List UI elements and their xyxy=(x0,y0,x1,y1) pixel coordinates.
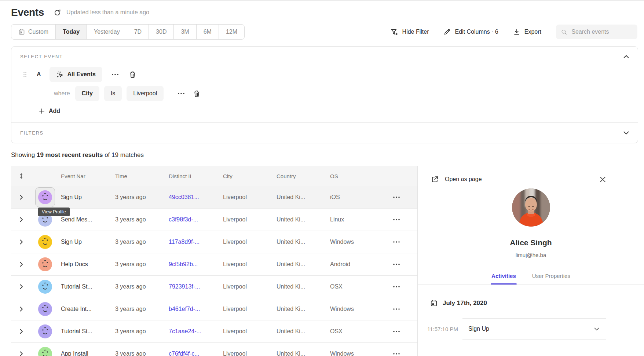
expand-row-button[interactable] xyxy=(20,351,23,356)
table-row[interactable]: Sign Up 3 years ago 49cc0381... Liverpoo… xyxy=(11,186,417,209)
collapse-section-button[interactable] xyxy=(623,55,629,58)
hide-filter-label: Hide Filter xyxy=(402,29,429,35)
search-box[interactable] xyxy=(556,25,637,39)
filters-section-toggle[interactable]: FILTERS xyxy=(20,123,629,143)
chevron-right-icon xyxy=(20,195,23,200)
tab-30d[interactable]: 30D xyxy=(149,25,173,39)
filter-more-button[interactable] xyxy=(174,91,188,96)
tab-yesterday[interactable]: Yesterday xyxy=(87,25,127,39)
expand-row-button[interactable] xyxy=(20,284,23,289)
refresh-button[interactable] xyxy=(54,9,61,16)
distinct-id-link[interactable]: 117a8d9f-... xyxy=(167,239,221,245)
expand-row-button[interactable] xyxy=(20,329,23,334)
avatar-face-icon xyxy=(38,347,52,356)
city-cell: Liverpool xyxy=(221,261,274,268)
activity-event-label: Sign Up xyxy=(468,326,489,332)
distinct-id-link[interactable]: 7c1aae24-... xyxy=(167,328,221,335)
row-more-icon[interactable] xyxy=(393,331,400,332)
close-panel-button[interactable] xyxy=(600,176,606,183)
city-cell: Liverpool xyxy=(221,283,274,290)
activity-date-header: July 17th, 2020 xyxy=(430,300,644,307)
search-icon xyxy=(561,29,567,36)
distinct-id-link[interactable]: 9cf5b92b... xyxy=(167,261,221,268)
distinct-id-link[interactable]: b461ef7d-... xyxy=(167,306,221,312)
drag-handle[interactable] xyxy=(23,71,27,77)
tab-12m[interactable]: 12M xyxy=(219,25,244,39)
filter-property-chip[interactable]: City xyxy=(75,86,99,101)
column-header-distinct-id[interactable]: Distinct II xyxy=(167,173,221,179)
collapse-all-rows-button[interactable] xyxy=(18,173,24,179)
export-button[interactable]: Export xyxy=(513,28,541,36)
tab-custom[interactable]: Custom xyxy=(11,25,55,39)
table-row[interactable]: Sign Up 3 years ago 117a8d9f-... Liverpo… xyxy=(11,231,417,253)
distinct-id-link[interactable]: 49cc0381... xyxy=(167,194,221,201)
column-header-country[interactable]: Country xyxy=(274,173,328,179)
hide-filter-button[interactable]: Hide Filter xyxy=(391,28,429,36)
add-event-button[interactable]: Add xyxy=(39,108,60,114)
table-row[interactable]: Tutorial St... 3 years ago 7c1aae24-... … xyxy=(11,320,417,343)
column-header-time[interactable]: Time xyxy=(113,173,167,179)
event-more-button[interactable] xyxy=(108,71,122,77)
filter-operator-chip[interactable]: Is xyxy=(104,86,122,101)
activity-event-expander[interactable]: Sign Up xyxy=(462,318,606,340)
expand-row-button[interactable] xyxy=(20,217,23,222)
distinct-id-link[interactable]: c76fdf4f-c... xyxy=(167,351,221,356)
expand-filters-button[interactable] xyxy=(623,131,629,135)
country-cell: United Ki... xyxy=(274,306,328,312)
event-name-cell: Sign Up xyxy=(59,239,113,245)
row-more-icon[interactable] xyxy=(393,353,400,355)
column-header-os[interactable]: OS xyxy=(328,173,376,179)
delete-event-button[interactable] xyxy=(129,71,136,78)
tab-6m[interactable]: 6M xyxy=(196,25,219,39)
tab-activities[interactable]: Activities xyxy=(491,273,516,285)
tab-user-properties[interactable]: User Properties xyxy=(532,273,570,285)
edit-columns-button[interactable]: Edit Columns · 6 xyxy=(443,28,498,36)
row-more-icon[interactable] xyxy=(393,241,400,243)
select-event-label: SELECT EVENT xyxy=(20,54,63,59)
ellipsis-icon xyxy=(112,74,118,75)
user-avatar[interactable] xyxy=(35,187,55,207)
events-table: Event Nar Time Distinct II City Country … xyxy=(0,166,417,356)
distinct-id-link[interactable]: c3f98f3d-... xyxy=(167,216,221,223)
tab-3m[interactable]: 3M xyxy=(173,25,196,39)
profile-photo-image xyxy=(512,188,550,227)
user-avatar[interactable] xyxy=(35,344,55,356)
row-more-icon[interactable] xyxy=(393,264,400,265)
row-more-icon[interactable] xyxy=(393,219,400,220)
user-avatar[interactable] xyxy=(35,277,55,297)
filter-value-chip[interactable]: Liverpool xyxy=(127,86,164,101)
table-row[interactable]: Send Mes... 3 years ago c3f98f3d-... Liv… xyxy=(11,209,417,231)
time-cell: 3 years ago xyxy=(113,351,167,356)
tab-label: Today xyxy=(63,29,80,35)
expand-row-button[interactable] xyxy=(20,195,23,200)
distinct-id-link[interactable]: 7923913f-... xyxy=(167,283,221,290)
tab-today[interactable]: Today xyxy=(55,25,87,39)
table-row[interactable]: Help Docs 3 years ago 9cf5b92b... Liverp… xyxy=(11,253,417,276)
open-as-page-button[interactable] xyxy=(431,175,439,183)
event-name-cell: Send Mes... xyxy=(59,216,113,223)
row-more-icon[interactable] xyxy=(393,286,400,287)
user-avatar[interactable] xyxy=(35,299,55,319)
user-avatar[interactable] xyxy=(35,322,55,341)
search-input[interactable] xyxy=(571,29,632,35)
tab-7d[interactable]: 7D xyxy=(127,25,149,39)
row-more-icon[interactable] xyxy=(393,308,400,310)
event-row-letter: A xyxy=(37,71,41,78)
delete-filter-button[interactable] xyxy=(193,90,201,98)
event-selector-chip[interactable]: All Events xyxy=(50,67,102,82)
user-avatar[interactable] xyxy=(35,254,55,274)
table-row[interactable]: App Install 3 years ago c76fdf4f-c... Li… xyxy=(11,343,417,356)
table-row[interactable]: Tutorial St... 3 years ago 7923913f-... … xyxy=(11,276,417,298)
column-header-city[interactable]: City xyxy=(221,173,274,179)
expand-row-button[interactable] xyxy=(20,262,23,267)
expand-row-button[interactable] xyxy=(20,239,23,245)
os-cell: Linux xyxy=(328,216,376,223)
row-more-icon[interactable] xyxy=(393,197,400,198)
user-avatar[interactable] xyxy=(35,232,55,252)
country-cell: United Ki... xyxy=(274,328,328,335)
event-name-cell: Sign Up xyxy=(59,194,113,201)
column-header-event-name[interactable]: Event Nar xyxy=(59,173,113,179)
expand-row-button[interactable] xyxy=(20,307,23,312)
table-row[interactable]: Create Int... 3 years ago b461ef7d-... L… xyxy=(11,298,417,320)
os-cell: iOS xyxy=(328,194,376,201)
